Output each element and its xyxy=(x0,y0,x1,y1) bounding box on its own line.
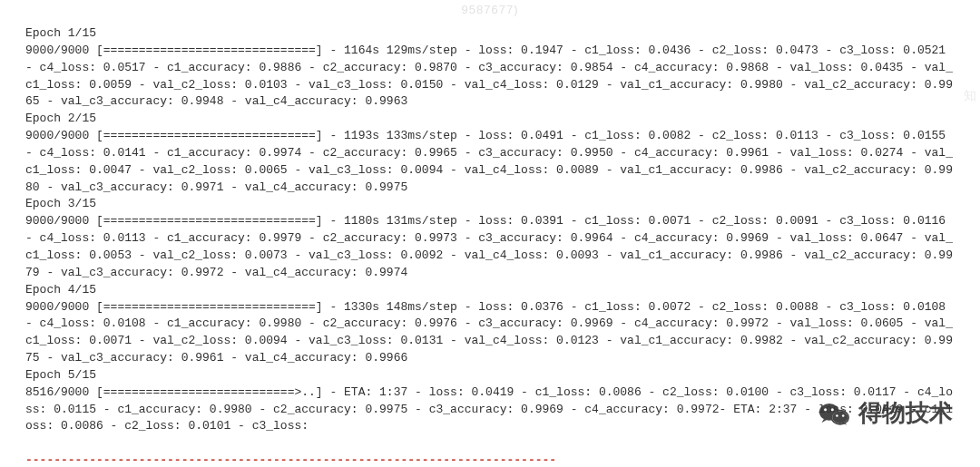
epoch-2-title: Epoch 2/15 xyxy=(25,112,96,125)
faint-watermark-top: 9587677) xyxy=(462,2,519,19)
epoch-5-log: 8516/9000 [===========================>.… xyxy=(25,385,953,433)
svg-point-6 xyxy=(842,414,845,417)
svg-point-2 xyxy=(832,412,848,424)
epoch-4-log: 9000/9000 [=============================… xyxy=(25,300,953,365)
brand-watermark-text: 得物技术 xyxy=(858,396,953,431)
brand-watermark: 得物技术 xyxy=(818,396,953,431)
epoch-5-title: Epoch 5/15 xyxy=(25,368,96,382)
faint-watermark-right: 知 xyxy=(964,86,976,104)
epoch-1-title: Epoch 1/15 xyxy=(25,26,96,40)
epoch-2-log: 9000/9000 [=============================… xyxy=(25,129,953,194)
epoch-3-title: Epoch 3/15 xyxy=(25,197,96,210)
svg-point-3 xyxy=(824,408,827,411)
epoch-4-title: Epoch 4/15 xyxy=(25,283,96,297)
epoch-3-log: 9000/9000 [=============================… xyxy=(25,214,953,279)
epoch-1-log: 9000/9000 [=============================… xyxy=(25,44,953,109)
wechat-icon xyxy=(818,401,849,426)
error-separator: ----------------------------------------… xyxy=(25,453,556,467)
svg-point-5 xyxy=(836,414,838,417)
svg-point-4 xyxy=(831,408,834,411)
